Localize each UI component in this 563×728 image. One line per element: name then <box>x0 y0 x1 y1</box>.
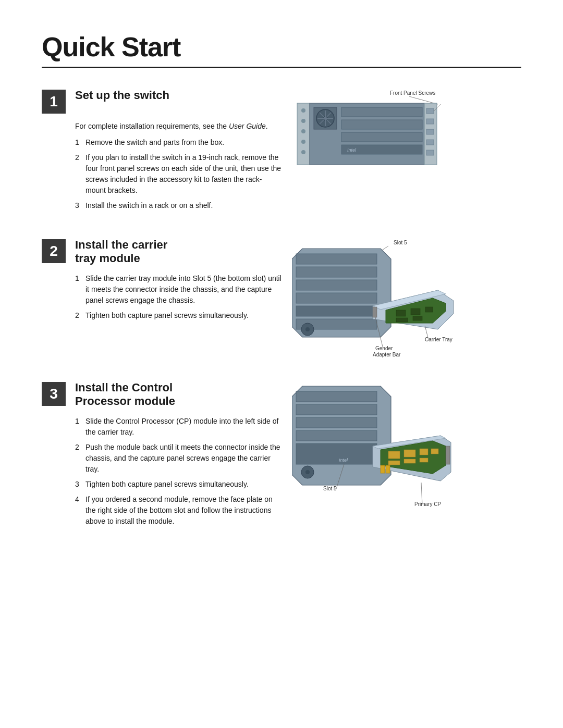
svg-rect-69 <box>404 450 415 457</box>
svg-rect-26 <box>426 108 434 114</box>
section-3: 3 Install the ControlProcessor module Sl… <box>42 381 521 531</box>
svg-rect-22 <box>341 132 422 142</box>
svg-point-41 <box>305 327 310 331</box>
list-item: Tighten both capture panel screws simult… <box>75 479 282 490</box>
list-item: Tighten both capture panel screws simult… <box>75 310 282 321</box>
svg-rect-58 <box>296 404 377 415</box>
section-2: 2 Install the carriertray module Slide t… <box>42 238 521 358</box>
step-1-title: Set up the switch <box>75 89 169 102</box>
svg-point-63 <box>305 470 310 474</box>
section-2-diagram: Slot 5 <box>282 238 521 358</box>
section-1: 1 Set up the switch For complete install… <box>42 89 521 215</box>
svg-text:Carrier Tray: Carrier Tray <box>425 337 452 342</box>
step-3-title: Install the ControlProcessor module <box>75 381 175 409</box>
svg-rect-30 <box>426 150 434 155</box>
step-2-header: 2 Install the carriertray module <box>42 238 282 266</box>
step-3-items: Slide the Control Processor (CP) module … <box>75 416 282 527</box>
svg-rect-61 <box>296 443 377 464</box>
svg-point-6 <box>301 140 305 144</box>
svg-rect-47 <box>425 307 433 312</box>
svg-point-3 <box>301 108 305 113</box>
switch-diagram: Front Panel Screws <box>292 89 454 180</box>
section-1-content: 1 Set up the switch For complete install… <box>42 89 282 215</box>
svg-rect-48 <box>396 318 408 322</box>
step-2-number: 2 <box>42 239 66 263</box>
title-divider <box>42 67 521 68</box>
section-1-diagram: Front Panel Screws <box>282 89 521 215</box>
svg-rect-70 <box>420 449 428 455</box>
step-1-intro: For complete installation requirements, … <box>75 121 282 132</box>
list-item: Slide the carrier tray module into Slot … <box>75 273 282 306</box>
svg-point-7 <box>301 150 305 154</box>
svg-rect-34 <box>296 254 377 264</box>
svg-rect-28 <box>426 129 434 134</box>
page-title: Quick Start <box>42 31 521 63</box>
svg-rect-59 <box>296 417 377 428</box>
svg-text:Slot 5: Slot 5 <box>323 486 337 491</box>
svg-rect-29 <box>426 140 434 145</box>
svg-rect-35 <box>296 267 377 277</box>
carrier-tray-diagram: Slot 5 <box>292 238 459 358</box>
section-2-content: 2 Install the carriertray module Slide t… <box>42 238 282 358</box>
svg-text:Primary CP: Primary CP <box>414 501 441 507</box>
svg-rect-21 <box>341 120 422 129</box>
svg-rect-75 <box>381 465 385 473</box>
list-item: Remove the switch and parts from the box… <box>75 137 282 148</box>
step-2-items: Slide the carrier tray module into Slot … <box>75 273 282 321</box>
list-item: If you plan to install the switch in a 1… <box>75 152 282 196</box>
svg-text:Intel: Intel <box>347 147 357 153</box>
list-item: Install the switch in a rack or on a she… <box>75 200 282 211</box>
step-3-header: 3 Install the ControlProcessor module <box>42 381 282 409</box>
svg-rect-72 <box>388 461 400 465</box>
svg-rect-38 <box>296 306 377 316</box>
svg-rect-37 <box>296 293 377 303</box>
svg-point-5 <box>301 129 305 133</box>
cp-diagram: Intel Slot 5 Primary CP <box>292 381 459 511</box>
svg-rect-76 <box>386 465 390 473</box>
svg-rect-74 <box>420 458 428 462</box>
section-3-content: 3 Install the ControlProcessor module Sl… <box>42 381 282 531</box>
svg-rect-36 <box>296 280 377 290</box>
svg-point-4 <box>301 119 305 123</box>
step-1-header: 1 Set up the switch <box>42 89 282 114</box>
svg-rect-49 <box>413 316 422 320</box>
svg-rect-68 <box>388 451 400 459</box>
list-item: Push the module back until it meets the … <box>75 442 282 475</box>
svg-rect-73 <box>404 459 415 463</box>
list-item: Slide the Control Processor (CP) module … <box>75 416 282 438</box>
svg-rect-20 <box>341 107 422 117</box>
svg-text:Adapter Bar: Adapter Bar <box>373 352 401 357</box>
svg-rect-27 <box>426 119 434 124</box>
user-guide-link: User Guide <box>229 122 266 130</box>
step-2-title: Install the carriertray module <box>75 238 167 266</box>
svg-text:Front Panel Screws: Front Panel Screws <box>390 90 435 96</box>
step-1-number: 1 <box>42 90 66 114</box>
svg-rect-71 <box>431 449 438 454</box>
list-item: If you ordered a second module, remove t… <box>75 494 282 527</box>
svg-rect-57 <box>296 391 377 402</box>
svg-rect-50 <box>373 307 377 317</box>
svg-text:Intel: Intel <box>339 458 348 463</box>
svg-rect-45 <box>396 310 406 316</box>
step-1-items: Remove the switch and parts from the box… <box>75 137 282 211</box>
svg-rect-77 <box>446 446 450 464</box>
svg-text:Gender: Gender <box>375 346 393 351</box>
slot5-label: Slot 5 <box>394 240 407 245</box>
section-3-diagram: Intel Slot 5 Primary CP <box>282 381 521 531</box>
step-3-number: 3 <box>42 382 66 406</box>
svg-rect-60 <box>296 430 377 441</box>
svg-rect-46 <box>411 309 420 315</box>
